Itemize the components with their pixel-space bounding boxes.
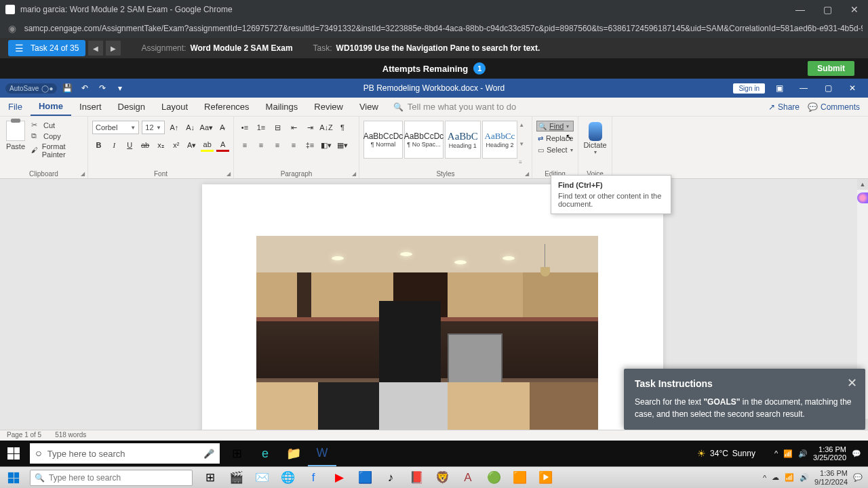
chrome-close[interactable]: ✕ bbox=[841, 0, 868, 19]
app-icon-6[interactable]: ▶️ bbox=[533, 468, 557, 487]
tab-home[interactable]: Home bbox=[31, 98, 71, 116]
shading-button[interactable]: ◧▾ bbox=[319, 138, 333, 152]
comments-button[interactable]: 💬 Comments bbox=[808, 102, 860, 112]
dictate-icon[interactable] bbox=[589, 122, 602, 141]
tray-wifi-icon[interactable]: 📶 bbox=[785, 473, 794, 482]
tab-insert[interactable]: Insert bbox=[71, 98, 110, 116]
tab-design[interactable]: Design bbox=[110, 98, 153, 116]
font-size-select[interactable]: 12▼ bbox=[142, 121, 165, 134]
line-spacing-button[interactable]: ‡≡ bbox=[303, 138, 317, 152]
replace-button[interactable]: Replace bbox=[536, 134, 574, 143]
chrome-minimize[interactable]: — bbox=[787, 0, 814, 19]
clipboard-dialog-launcher[interactable]: ◢ bbox=[81, 171, 85, 177]
redo-icon[interactable]: ↷ bbox=[95, 81, 110, 96]
mail-icon[interactable]: ✉️ bbox=[250, 468, 274, 487]
paragraph-dialog-launcher[interactable]: ◢ bbox=[352, 171, 356, 177]
select-button[interactable]: Select▾ bbox=[536, 145, 574, 155]
chrome-maximize[interactable]: ▢ bbox=[814, 0, 841, 19]
tray-onedrive-icon[interactable]: ☁ bbox=[772, 473, 779, 482]
increase-indent-button[interactable]: ⇥ bbox=[303, 121, 317, 134]
taskbar-search-real[interactable]: 🔍 Type here to search bbox=[30, 470, 193, 486]
style-normal[interactable]: AaBbCcDc ¶ Normal bbox=[363, 121, 403, 159]
word-close[interactable]: ✕ bbox=[842, 81, 863, 95]
browser-icon[interactable]: 🌐 bbox=[275, 468, 300, 487]
prev-task-button[interactable]: ◀ bbox=[88, 41, 103, 56]
mic-icon[interactable]: 🎤 bbox=[203, 449, 214, 459]
align-center-button[interactable]: ≡ bbox=[254, 138, 268, 152]
align-left-button[interactable]: ≡ bbox=[238, 138, 252, 152]
italic-button[interactable]: I bbox=[108, 138, 121, 152]
font-name-select[interactable]: Corbel▼ bbox=[92, 121, 139, 134]
cut-button[interactable]: Cut bbox=[31, 121, 83, 130]
tiktok-icon[interactable]: ♪ bbox=[378, 468, 403, 487]
site-info-icon[interactable]: ◉ bbox=[5, 22, 19, 35]
save-icon[interactable]: 💾 bbox=[60, 81, 75, 96]
app-icon-1[interactable]: 🎬 bbox=[224, 468, 248, 487]
word-maximize[interactable]: ▢ bbox=[818, 81, 838, 95]
tray-volume-icon[interactable]: 🔊 bbox=[798, 449, 808, 458]
facebook-icon[interactable]: f bbox=[301, 468, 326, 487]
app-icon-2[interactable]: 🟦 bbox=[353, 468, 377, 487]
subscript-button[interactable]: x₂ bbox=[155, 138, 167, 152]
text-effects-button[interactable]: A▾ bbox=[185, 138, 198, 152]
styles-dialog-launcher[interactable]: ◢ bbox=[525, 171, 529, 177]
borders-button[interactable]: ▦▾ bbox=[336, 138, 349, 152]
tab-layout[interactable]: Layout bbox=[153, 98, 196, 116]
start-button-real[interactable] bbox=[0, 465, 27, 489]
clear-formatting-button[interactable]: A̶ bbox=[216, 121, 229, 134]
align-right-button[interactable]: ≡ bbox=[271, 138, 284, 152]
word-count[interactable]: 518 words bbox=[55, 431, 86, 440]
tab-mailings[interactable]: Mailings bbox=[258, 98, 307, 116]
copilot-badge-icon[interactable] bbox=[857, 192, 868, 203]
decrease-indent-button[interactable]: ⇤ bbox=[287, 121, 300, 134]
submit-button[interactable]: Submit bbox=[808, 61, 854, 76]
styles-scroll[interactable]: ▲▼≡ bbox=[519, 121, 528, 167]
show-marks-button[interactable]: ¶ bbox=[336, 121, 349, 134]
app-icon-5[interactable]: 🟧 bbox=[507, 468, 532, 487]
grow-font-button[interactable]: A↑ bbox=[167, 121, 181, 134]
tell-me-search[interactable]: 🔍 Tell me what you want to do bbox=[393, 98, 516, 116]
style-heading-1[interactable]: AaBbC Heading 1 bbox=[445, 121, 481, 159]
tab-review[interactable]: Review bbox=[306, 98, 351, 116]
word-taskbar-icon[interactable]: W bbox=[308, 441, 336, 466]
style-heading-2[interactable]: AaBbCc Heading 2 bbox=[482, 121, 518, 159]
youtube-icon[interactable]: ▶ bbox=[327, 468, 351, 487]
justify-button[interactable]: ≡ bbox=[287, 138, 300, 152]
underline-button[interactable]: U bbox=[123, 138, 136, 152]
task-instructions-close[interactable]: ✕ bbox=[847, 375, 857, 390]
tray-volume-real-icon[interactable]: 🔊 bbox=[800, 473, 809, 482]
page-indicator[interactable]: Page 1 of 5 bbox=[7, 431, 41, 440]
bullets-button[interactable]: •≡ bbox=[238, 121, 252, 134]
clock-real[interactable]: 1:36 PM 9/12/2024 bbox=[814, 469, 848, 485]
copy-button[interactable]: Copy bbox=[31, 131, 83, 141]
tray-chevron-real-icon[interactable]: ^ bbox=[763, 474, 766, 482]
superscript-button[interactable]: x² bbox=[170, 138, 182, 152]
numbering-button[interactable]: 1≡ bbox=[254, 121, 268, 134]
undo-icon[interactable]: ↶ bbox=[77, 81, 92, 96]
qat-customize-icon[interactable]: ▾ bbox=[113, 81, 127, 96]
strikethrough-button[interactable]: ab bbox=[139, 138, 152, 152]
share-button[interactable]: ↗ Share bbox=[768, 102, 800, 112]
shrink-font-button[interactable]: A↓ bbox=[184, 121, 197, 134]
task-view-real-icon[interactable]: ⊞ bbox=[198, 468, 222, 487]
access-icon[interactable]: A bbox=[456, 468, 480, 487]
word-minimize[interactable]: — bbox=[793, 81, 814, 95]
autosave-toggle[interactable]: AutoSave ◯● bbox=[5, 83, 57, 94]
file-explorer-icon[interactable]: 📁 bbox=[279, 441, 308, 466]
ribbon-display-icon[interactable]: ▣ bbox=[769, 81, 789, 95]
font-dialog-launcher[interactable]: ◢ bbox=[226, 171, 231, 177]
task-view-icon[interactable]: ⊞ bbox=[222, 441, 251, 466]
tab-references[interactable]: References bbox=[196, 98, 257, 116]
tray-chevron-icon[interactable]: ^ bbox=[774, 449, 778, 458]
weather-widget[interactable]: 34°C Sunny bbox=[697, 448, 755, 459]
url-bar[interactable]: ◉ samcp.cengage.com/AssignmentTake/Exam?… bbox=[0, 19, 868, 38]
chrome-icon[interactable]: 🟢 bbox=[481, 468, 506, 487]
task-progress-chip[interactable]: ☰ Task 24 of 35 bbox=[8, 40, 85, 56]
multilevel-list-button[interactable]: ⊟ bbox=[271, 121, 284, 134]
style-no-spacing[interactable]: AaBbCcDc ¶ No Spac... bbox=[404, 121, 443, 159]
tab-file[interactable]: File bbox=[0, 98, 31, 116]
sort-button[interactable]: A↓Z bbox=[319, 121, 333, 134]
change-case-button[interactable]: Aa▾ bbox=[199, 121, 213, 134]
signin-button[interactable]: Sign in bbox=[733, 83, 765, 94]
bold-button[interactable]: B bbox=[92, 138, 105, 152]
